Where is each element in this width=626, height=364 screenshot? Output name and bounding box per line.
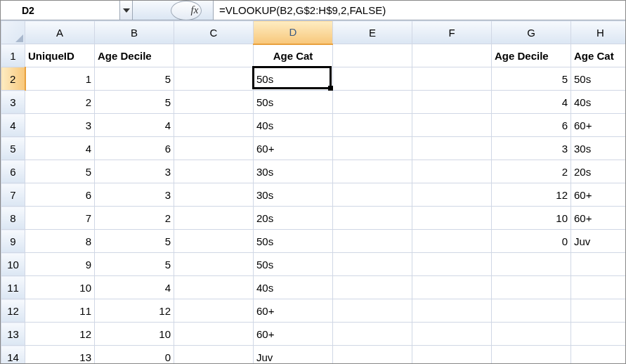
cell[interactable]: UniqueID xyxy=(25,44,95,67)
col-header-A[interactable]: A xyxy=(25,21,95,44)
cell[interactable] xyxy=(412,207,492,230)
cell[interactable]: 40s xyxy=(571,91,626,114)
cell[interactable]: 4 xyxy=(95,276,174,299)
cell[interactable] xyxy=(174,253,254,276)
cell[interactable]: 6 xyxy=(95,137,174,160)
cell[interactable]: 4 xyxy=(492,91,571,114)
cell[interactable]: 60+ xyxy=(571,183,626,207)
col-header-F[interactable]: F xyxy=(412,21,492,44)
cell[interactable]: 60+ xyxy=(254,137,333,160)
cell[interactable]: 13 xyxy=(25,346,95,364)
row-header-3[interactable]: 3 xyxy=(1,91,25,114)
cell[interactable] xyxy=(333,183,412,207)
cell[interactable] xyxy=(412,44,492,67)
row-header-10[interactable]: 10 xyxy=(1,253,25,276)
cell[interactable]: 3 xyxy=(25,114,95,137)
cell[interactable] xyxy=(412,183,492,207)
cell[interactable]: 0 xyxy=(95,346,174,364)
cell[interactable]: 50s xyxy=(254,253,333,276)
cell[interactable] xyxy=(571,323,626,346)
cell[interactable]: 9 xyxy=(25,253,95,276)
cell[interactable]: 0 xyxy=(492,230,571,253)
cell[interactable] xyxy=(492,323,571,346)
row-header-14[interactable]: 14 xyxy=(1,346,25,364)
cell[interactable]: Age Decile xyxy=(95,44,174,67)
cell[interactable] xyxy=(174,67,254,91)
cell[interactable] xyxy=(174,346,254,364)
cell[interactable] xyxy=(333,137,412,160)
cell[interactable] xyxy=(492,346,571,364)
cell[interactable] xyxy=(174,183,254,207)
cell[interactable] xyxy=(412,346,492,364)
col-header-E[interactable]: E xyxy=(333,21,412,44)
cell[interactable] xyxy=(333,67,412,91)
col-header-D[interactable]: D xyxy=(254,21,333,44)
cell[interactable] xyxy=(571,299,626,323)
cell[interactable] xyxy=(333,276,412,299)
cell[interactable] xyxy=(412,323,492,346)
cell[interactable] xyxy=(174,160,254,183)
cell[interactable] xyxy=(412,253,492,276)
cell[interactable]: 20s xyxy=(571,160,626,183)
cell[interactable] xyxy=(174,276,254,299)
cell[interactable]: 12 xyxy=(492,183,571,207)
cell[interactable]: 5 xyxy=(25,160,95,183)
cell[interactable] xyxy=(333,91,412,114)
cell[interactable] xyxy=(412,230,492,253)
cell[interactable]: 20s xyxy=(254,207,333,230)
cell[interactable] xyxy=(333,207,412,230)
cell[interactable] xyxy=(492,253,571,276)
name-box-dropdown[interactable] xyxy=(120,1,133,20)
cell[interactable]: 7 xyxy=(25,207,95,230)
cell[interactable]: 10 xyxy=(492,207,571,230)
cell[interactable] xyxy=(174,137,254,160)
row-header-6[interactable]: 6 xyxy=(1,160,25,183)
cell[interactable] xyxy=(412,114,492,137)
cell[interactable]: 30s xyxy=(254,160,333,183)
cell[interactable] xyxy=(174,114,254,137)
row-header-12[interactable]: 12 xyxy=(1,299,25,323)
row-header-11[interactable]: 11 xyxy=(1,276,25,299)
cell[interactable]: 5 xyxy=(95,253,174,276)
cell[interactable]: Age Cat xyxy=(254,44,333,67)
cell[interactable] xyxy=(333,114,412,137)
cell[interactable]: 60+ xyxy=(254,299,333,323)
row-header-7[interactable]: 7 xyxy=(1,183,25,207)
cell[interactable] xyxy=(174,44,254,67)
cell[interactable] xyxy=(333,323,412,346)
cell[interactable]: 40s xyxy=(254,276,333,299)
cell[interactable]: Juv xyxy=(571,230,626,253)
cell[interactable]: 10 xyxy=(95,323,174,346)
cell[interactable]: Age Cat xyxy=(571,44,626,67)
cell[interactable] xyxy=(571,253,626,276)
cell[interactable]: 6 xyxy=(492,114,571,137)
cell[interactable]: 60+ xyxy=(571,114,626,137)
cell[interactable]: 10 xyxy=(25,276,95,299)
cell[interactable] xyxy=(333,346,412,364)
cell[interactable] xyxy=(571,346,626,364)
cell[interactable] xyxy=(571,276,626,299)
cell[interactable]: 3 xyxy=(492,137,571,160)
col-header-H[interactable]: H xyxy=(571,21,626,44)
spreadsheet-grid[interactable]: A B C D E F G H 1 UniqueID Age Decile Ag… xyxy=(1,20,625,363)
cell[interactable]: 40s xyxy=(254,114,333,137)
cell[interactable] xyxy=(412,276,492,299)
row-header-9[interactable]: 9 xyxy=(1,230,25,253)
row-header-1[interactable]: 1 xyxy=(1,44,25,67)
name-box[interactable]: D2 xyxy=(1,1,120,20)
cell[interactable]: 4 xyxy=(25,137,95,160)
cell[interactable]: 50s xyxy=(571,67,626,91)
cell[interactable]: 5 xyxy=(492,67,571,91)
cell[interactable] xyxy=(412,67,492,91)
cell[interactable]: 8 xyxy=(25,230,95,253)
cell[interactable]: 4 xyxy=(95,114,174,137)
row-header-4[interactable]: 4 xyxy=(1,114,25,137)
cell[interactable]: 3 xyxy=(95,160,174,183)
cell[interactable] xyxy=(492,276,571,299)
cell[interactable] xyxy=(333,253,412,276)
cell[interactable]: 12 xyxy=(25,323,95,346)
cell[interactable]: 30s xyxy=(254,183,333,207)
cell[interactable] xyxy=(174,230,254,253)
cell[interactable]: 6 xyxy=(25,183,95,207)
row-header-2[interactable]: 2 xyxy=(1,67,25,91)
